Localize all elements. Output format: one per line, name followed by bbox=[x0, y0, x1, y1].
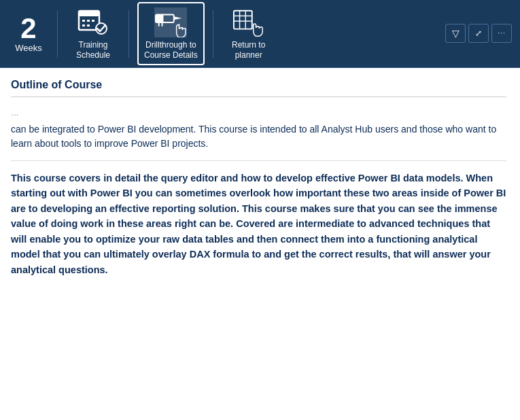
weeks-label: Weeks bbox=[15, 43, 42, 53]
content-scroll[interactable]: Outline of Course ... can be integrated … bbox=[0, 68, 520, 420]
training-schedule-icon bbox=[77, 7, 109, 37]
svg-marker-10 bbox=[174, 16, 182, 20]
weeks-block: 2 Weeks bbox=[8, 14, 49, 53]
training-schedule-button[interactable]: TrainingSchedule bbox=[66, 3, 120, 64]
content-body: This course covers in detail the query e… bbox=[11, 171, 506, 277]
return-planner-label: Return toplanner bbox=[232, 40, 265, 60]
divider2 bbox=[128, 10, 129, 58]
drillthrough-label: Drillthrough toCourse Details bbox=[144, 40, 198, 60]
drill-svg bbox=[154, 7, 187, 37]
drillthrough-button[interactable]: Drillthrough toCourse Details ··· bbox=[137, 2, 205, 65]
calendar-check-svg bbox=[77, 8, 109, 37]
main-content: Outline of Course ... can be integrated … bbox=[0, 68, 520, 420]
filter-button[interactable]: ▽ bbox=[445, 24, 466, 43]
svg-rect-5 bbox=[82, 24, 85, 27]
expand-button[interactable]: ⤢ bbox=[468, 24, 489, 43]
svg-rect-3 bbox=[87, 20, 90, 22]
divider3 bbox=[213, 10, 213, 58]
toolbar-right: ▽ ⤢ ··· bbox=[445, 24, 512, 44]
more-icon: ··· bbox=[498, 29, 505, 37]
planner-svg bbox=[232, 7, 265, 37]
svg-rect-6 bbox=[87, 24, 90, 27]
svg-rect-4 bbox=[92, 20, 94, 22]
svg-rect-16 bbox=[234, 11, 252, 29]
return-planner-button[interactable]: Return toplanner bbox=[222, 3, 276, 64]
intro-text: can be integrated to Power BI developmen… bbox=[11, 122, 506, 151]
more-options-button[interactable]: ··· bbox=[491, 24, 512, 43]
svg-rect-1 bbox=[79, 11, 99, 16]
intro-faded: ... bbox=[11, 105, 506, 120]
divider bbox=[57, 10, 58, 58]
drillthrough-icon bbox=[154, 7, 187, 37]
svg-rect-9 bbox=[156, 15, 164, 23]
training-schedule-label: TrainingSchedule bbox=[76, 40, 110, 60]
content-intro: ... can be integrated to Power BI develo… bbox=[11, 105, 506, 161]
filter-icon: ▽ bbox=[452, 28, 460, 39]
outline-title: Outline of Course bbox=[11, 79, 506, 97]
weeks-number: 2 bbox=[20, 14, 36, 43]
expand-icon: ⤢ bbox=[475, 29, 482, 38]
svg-rect-2 bbox=[82, 20, 85, 22]
return-planner-icon bbox=[232, 7, 265, 37]
